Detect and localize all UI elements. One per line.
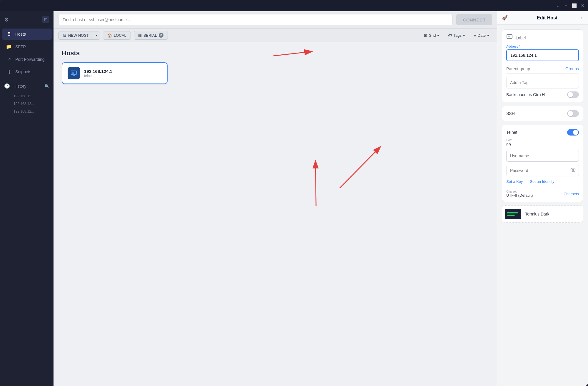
parent-group-row: Groups <box>506 64 579 74</box>
telnet-row: Telnet <box>506 129 579 136</box>
search-input[interactable] <box>58 14 453 25</box>
minimize-icon[interactable]: － <box>564 3 568 8</box>
svg-rect-6 <box>507 35 512 39</box>
charset-label: Charset <box>506 190 533 193</box>
charset-info: Charset UTF-8 (Default) <box>506 190 533 198</box>
label-row <box>506 34 579 42</box>
parent-group-input[interactable] <box>506 66 565 71</box>
gear-icon[interactable]: ⚙ <box>4 16 9 23</box>
edit-panel-rocket-icon[interactable]: 🚀 <box>502 15 508 21</box>
tags-button[interactable]: 🏷 Tags ▾ <box>445 32 468 39</box>
host-protocol: telnet <box>84 74 112 78</box>
label-input[interactable] <box>516 36 579 40</box>
date-chevron-icon: ▾ <box>487 33 489 38</box>
telnet-label: Telnet <box>506 130 517 135</box>
history-item-3[interactable]: 192.168.12... <box>0 108 54 115</box>
hosts-title: Hosts <box>62 49 489 57</box>
sftp-icon: 📁 <box>6 44 12 49</box>
tag-icon: 🏷 <box>448 33 452 38</box>
serial-button[interactable]: ▦ SERIAL 0 <box>134 31 168 40</box>
address-group: Address * <box>506 45 579 61</box>
new-host-dropdown-arrow[interactable]: ▾ <box>93 31 100 39</box>
ssh-row: SSH <box>506 110 579 117</box>
edit-panel-forward-icon[interactable]: → <box>578 15 583 21</box>
ssh-toggle[interactable] <box>567 110 579 117</box>
hosts-icon: 🖥 <box>6 31 12 37</box>
grid-icon: ⊞ <box>424 33 427 38</box>
sidebar-item-sftp[interactable]: 📁 SFTP <box>2 41 52 52</box>
charset-row: Charset UTF-8 (Default) Charsets <box>506 187 579 198</box>
sort-icon: ≡ <box>474 33 476 38</box>
theme-thumbnail <box>505 209 521 219</box>
port-forwarding-icon: ↗ <box>6 56 12 62</box>
edit-panel-more-icon[interactable]: ··· <box>511 15 516 21</box>
ssh-label: SSH <box>506 111 515 116</box>
password-row <box>506 165 579 176</box>
sidebar-item-snippets[interactable]: {} Snippets <box>2 66 52 77</box>
sidebar-top: ⚙ ⊡ <box>0 14 54 28</box>
history-search-icon[interactable]: 🔍 <box>44 84 49 88</box>
port-label: Port <box>506 138 579 142</box>
host-info: 192.168.124.1 telnet <box>84 69 112 78</box>
add-tag-input[interactable] <box>506 77 579 88</box>
host-icon <box>68 67 80 79</box>
theme-line-1 <box>507 212 518 213</box>
date-button[interactable]: ≡ Date ▾ <box>471 32 492 39</box>
svg-line-10 <box>571 168 575 172</box>
charsets-link[interactable]: Charsets <box>564 192 579 196</box>
theme-card[interactable]: Termius Dark <box>502 205 583 223</box>
address-input[interactable] <box>506 49 579 61</box>
new-host-button-group: 🖥 NEW HOST ▾ <box>58 31 100 40</box>
password-input[interactable] <box>507 165 567 176</box>
maximize-icon[interactable]: ⬜ <box>572 3 577 8</box>
telnet-toggle[interactable] <box>567 129 579 136</box>
local-button[interactable]: 🏠 LOCAL <box>103 31 131 40</box>
edit-panel-title: Edit Host <box>519 15 575 21</box>
snippets-icon: {} <box>6 69 12 74</box>
password-visibility-toggle[interactable] <box>567 167 579 174</box>
title-bar: ⌄ － ⬜ ✕ <box>0 0 588 11</box>
history-icon: 🕐 <box>4 83 10 89</box>
close-icon[interactable]: ✕ <box>581 3 584 8</box>
sidebar-item-hosts[interactable]: 🖥 Hosts <box>2 29 52 40</box>
connect-button[interactable]: CONNECT <box>456 14 492 25</box>
tags-chevron-icon: ▾ <box>463 33 465 38</box>
local-icon: 🏠 <box>107 33 112 38</box>
sidebar-item-history[interactable]: 🕐 History 🔍 <box>0 80 54 92</box>
groups-link[interactable]: Groups <box>565 66 579 71</box>
history-sub-items: 192.168.12... 192.168.12... 192.168.12..… <box>0 92 54 116</box>
add-tag-row <box>506 77 579 88</box>
edit-panel: 🚀 ··· Edit Host → <box>497 11 588 386</box>
auth-links-row: Set a Key Set an Identity <box>506 179 579 184</box>
host-card[interactable]: 192.168.124.1 telnet <box>62 62 168 84</box>
host-name: 192.168.124.1 <box>84 69 112 74</box>
hosts-area: Hosts <box>54 42 497 386</box>
sidebar-item-port-forwarding[interactable]: ↗ Port Forwarding <box>2 54 52 65</box>
serial-icon: ▦ <box>138 33 142 38</box>
sidebar-history-section: 🕐 History 🔍 192.168.12... 192.168.12... … <box>0 80 54 116</box>
terminal-icon[interactable]: ⊡ <box>42 16 49 23</box>
toolbar-right: ⊞ Grid ▾ 🏷 Tags ▾ ≡ Date ▾ <box>421 32 492 39</box>
theme-line-2 <box>507 215 515 216</box>
new-host-button[interactable]: 🖥 NEW HOST <box>59 31 93 39</box>
set-identity-link[interactable]: Set an Identity <box>530 179 554 184</box>
charset-row-inner: Charset UTF-8 (Default) Charsets <box>506 190 579 198</box>
chevron-down-icon[interactable]: ⌄ <box>556 3 559 8</box>
set-key-link[interactable]: Set a Key <box>506 179 523 184</box>
history-item-2[interactable]: 192.168.12... <box>0 100 54 108</box>
ssh-section: SSH <box>502 106 583 121</box>
edit-panel-body: Address * Groups <box>497 25 588 227</box>
title-bar-controls: ⌄ － ⬜ ✕ <box>556 3 584 8</box>
toolbar: 🖥 NEW HOST ▾ 🏠 LOCAL ▦ SERIAL 0 <box>54 29 497 42</box>
main-content: CONNECT 🖥 NEW HOST ▾ 🏠 LOCAL <box>54 11 497 386</box>
sidebar: ⚙ ⊡ 🖥 Hosts 📁 SFTP ↗ Port Forwarding {} … <box>0 11 54 386</box>
serial-badge: 0 <box>159 33 163 38</box>
port-input[interactable] <box>506 142 579 147</box>
history-item-1[interactable]: 192.168.12... <box>0 92 54 100</box>
grid-view-button[interactable]: ⊞ Grid ▾ <box>421 32 442 39</box>
theme-name: Termius Dark <box>525 212 549 216</box>
telnet-section: Telnet Port <box>502 125 583 202</box>
backspace-toggle[interactable] <box>567 91 579 98</box>
port-group: Port <box>506 138 579 147</box>
username-input[interactable] <box>506 150 579 162</box>
